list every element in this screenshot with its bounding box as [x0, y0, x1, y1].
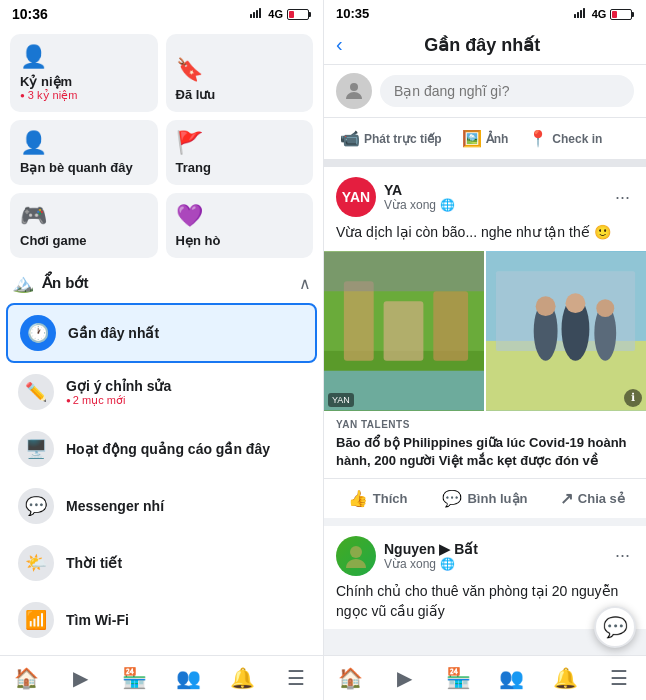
thoi-tiet-text: Thời tiết: [66, 555, 305, 571]
live-button[interactable]: 📹 Phát trực tiếp: [332, 124, 450, 153]
nguyen-avatar: [336, 536, 376, 576]
share-icon: ↗: [560, 489, 573, 508]
post-nguyen-author: Nguyen ▶ Bất: [384, 541, 603, 557]
post-yan: YAN YA Vừa xong 🌐 ··· Vừa dịch lại còn b…: [324, 167, 646, 518]
grid-card-choi-game[interactable]: 🎮 Chơi game: [10, 193, 158, 258]
photo-button[interactable]: 🖼️ Ảnh: [454, 124, 517, 153]
right-network-type: 4G: [592, 8, 607, 20]
tim-wifi-text: Tìm Wi-Fi: [66, 612, 305, 628]
ky-niem-sub: 3 kỷ niệm: [20, 89, 148, 102]
grid-card-ky-niem[interactable]: 👤 Kỷ niệm 3 kỷ niệm: [10, 34, 158, 112]
messenger-nhi-text: Messenger nhí: [66, 498, 305, 514]
back-button[interactable]: ‹: [336, 33, 343, 56]
grid-card-hen-ho[interactable]: 💜 Hẹn hò: [166, 193, 314, 258]
menu-item-thoi-tiet[interactable]: 🌤️ Thời tiết: [6, 535, 317, 591]
live-icon: 📹: [340, 129, 360, 148]
left-panel: 10:36 4G 👤 Kỷ niệm 3 kỷ niệm 🔖 Đã lưu 👤 …: [0, 0, 323, 700]
share-button[interactable]: ↗ Chia sẻ: [539, 483, 646, 514]
post-yan-time: Vừa xong: [384, 198, 436, 212]
thoi-tiet-icon: 🌤️: [18, 545, 54, 581]
right-nav-home[interactable]: 🏠: [324, 662, 378, 694]
left-status-icons: 4G: [250, 7, 311, 21]
right-nav-video[interactable]: ▶: [378, 662, 432, 694]
menu-item-messenger-nhi[interactable]: 💬 Messenger nhí: [6, 478, 317, 534]
messenger-nhi-label: Messenger nhí: [66, 498, 305, 514]
info-icon: ℹ: [624, 389, 642, 407]
svg-point-20: [536, 296, 556, 316]
left-grid: 👤 Kỷ niệm 3 kỷ niệm 🔖 Đã lưu 👤 Bạn bè qu…: [0, 26, 323, 266]
post-input[interactable]: [380, 75, 634, 107]
nav-bell[interactable]: 🔔: [215, 662, 269, 694]
like-button[interactable]: 👍 Thích: [324, 483, 431, 514]
goi-y-badge: 2 mục mới: [66, 394, 305, 407]
post-yan-header: YAN YA Vừa xong 🌐 ···: [324, 167, 646, 223]
da-luu-label: Đã lưu: [176, 87, 304, 102]
nav-marketplace[interactable]: 🏪: [108, 662, 162, 694]
nav-menu[interactable]: ☰: [269, 662, 323, 694]
post-yan-meta: Vừa xong 🌐: [384, 198, 603, 212]
yan-avatar: YAN: [336, 177, 376, 217]
menu-item-tim-wifi[interactable]: 📶 Tìm Wi-Fi: [6, 592, 317, 648]
action-bar: 📹 Phát trực tiếp 🖼️ Ảnh 📍 Check in: [324, 118, 646, 167]
svg-rect-13: [384, 301, 424, 361]
section-header[interactable]: 🏔️ Ẩn bớt ∧: [0, 266, 323, 300]
checkin-button[interactable]: 📍 Check in: [520, 124, 610, 153]
hoat-dong-label: Hoạt động quảng cáo gần đây: [66, 441, 305, 457]
post-yan-menu[interactable]: ···: [611, 183, 634, 212]
live-label: Phát trực tiếp: [364, 132, 442, 146]
photo-label: Ảnh: [486, 132, 509, 146]
tim-wifi-label: Tìm Wi-Fi: [66, 612, 305, 628]
nav-home[interactable]: 🏠: [0, 662, 54, 694]
ban-be-icon: 👤: [20, 130, 148, 156]
comment-button[interactable]: 💬 Bình luận: [431, 483, 538, 514]
right-header: ‹ Gần đây nhất: [324, 25, 646, 65]
svg-rect-12: [344, 281, 374, 361]
tim-wifi-icon: 📶: [18, 602, 54, 638]
right-nav-bell[interactable]: 🔔: [539, 662, 593, 694]
right-nav-marketplace[interactable]: 🏪: [431, 662, 485, 694]
create-post-bar: [324, 65, 646, 118]
post-nguyen-menu[interactable]: ···: [611, 541, 634, 570]
yan-badge-left: YAN: [328, 393, 354, 407]
svg-point-8: [350, 83, 358, 91]
choi-game-icon: 🎮: [20, 203, 148, 229]
trang-icon: 🚩: [176, 130, 304, 156]
grid-card-ban-be[interactable]: 👤 Bạn bè quanh đây: [10, 120, 158, 185]
right-nav-menu[interactable]: ☰: [592, 662, 646, 694]
right-status-icons: 4G: [574, 6, 634, 21]
post-yan-author: YA: [384, 182, 603, 198]
svg-rect-5: [577, 12, 579, 18]
feed-scroll: YAN YA Vừa xong 🌐 ··· Vừa dịch lại còn b…: [324, 167, 646, 655]
nav-video[interactable]: ▶: [54, 662, 108, 694]
svg-rect-1: [253, 12, 255, 18]
feed-title: Gần đây nhất: [355, 34, 610, 56]
hen-ho-icon: 💜: [176, 203, 304, 229]
svg-rect-2: [256, 10, 258, 18]
hen-ho-label: Hẹn hò: [176, 233, 304, 248]
nguyen-name: Nguyen: [384, 541, 435, 557]
menu-item-gan-day-nhat[interactable]: 🕐 Gần đây nhất: [6, 303, 317, 363]
right-nav-groups[interactable]: 👥: [485, 662, 539, 694]
hoat-dong-text: Hoạt động quảng cáo gần đây: [66, 441, 305, 457]
checkin-label: Check in: [552, 132, 602, 146]
menu-item-goi-y[interactable]: ✏️ Gợi ý chỉnh sửa 2 mục mới: [6, 364, 317, 420]
section-title-group: 🏔️ Ẩn bớt: [12, 272, 89, 294]
section-title-text: Ẩn bớt: [42, 274, 89, 292]
grid-card-trang[interactable]: 🚩 Trang: [166, 120, 314, 185]
post-yan-images: YAN: [324, 251, 646, 411]
image-right-placeholder: [486, 251, 646, 411]
right-battery-icon: [610, 9, 634, 20]
post-nguyen-info: Nguyen ▶ Bất Vừa xong 🌐: [384, 541, 603, 571]
menu-item-hoat-dong-qc[interactable]: 🖥️ Hoạt động quảng cáo gần đây: [6, 421, 317, 477]
ban-be-label: Bạn bè quanh đây: [20, 160, 148, 175]
post-yan-actions: 👍 Thích 💬 Bình luận ↗ Chia sẻ: [324, 478, 646, 518]
post-image-left: YAN: [324, 251, 484, 411]
svg-rect-15: [324, 251, 484, 291]
nav-groups[interactable]: 👥: [161, 662, 215, 694]
section-icon: 🏔️: [12, 272, 34, 294]
grid-card-da-luu[interactable]: 🔖 Đã lưu: [166, 34, 314, 112]
left-bottom-nav: 🏠 ▶ 🏪 👥 🔔 ☰: [0, 655, 323, 700]
comment-icon: 💬: [442, 489, 462, 508]
messenger-nhi-icon: 💬: [18, 488, 54, 524]
messenger-fab[interactable]: 💬: [594, 606, 636, 648]
